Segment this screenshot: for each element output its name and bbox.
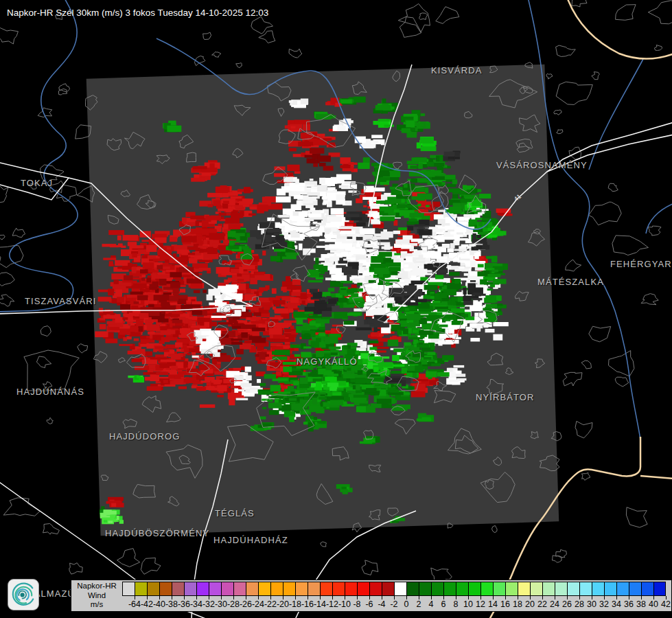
legend-value: 16 bbox=[500, 599, 510, 609]
legend-value: -10 bbox=[338, 599, 351, 609]
legend-value: -30 bbox=[215, 599, 227, 609]
legend-cell bbox=[456, 582, 468, 596]
legend-value: 0 bbox=[404, 599, 409, 609]
legend-cell bbox=[555, 582, 567, 596]
city-label-hajd-n-n-s: HAJDÚNÁNÁS bbox=[16, 387, 84, 397]
legend-cell bbox=[530, 582, 542, 596]
legend-value: 30 bbox=[587, 599, 596, 609]
city-label-tiszavasv-ri: TISZAVASVÁRI bbox=[25, 296, 96, 306]
legend-cell bbox=[369, 582, 382, 596]
legend-value: -64 bbox=[128, 599, 141, 609]
legend-cell bbox=[468, 582, 480, 596]
legend-cell bbox=[135, 582, 147, 596]
swirl-icon bbox=[8, 580, 38, 610]
legend-value: -16 bbox=[301, 599, 314, 609]
city-label-tokaj: TOKAJ bbox=[21, 178, 53, 188]
river-tisza-west bbox=[0, 0, 78, 312]
legend-cell bbox=[604, 582, 616, 596]
legend-cell bbox=[567, 582, 579, 596]
legend-quantity-label: Wind bbox=[71, 591, 122, 601]
legend-cell bbox=[542, 582, 555, 596]
legend-value: -32 bbox=[202, 599, 215, 609]
legend-value: 4 bbox=[429, 599, 434, 609]
legend-cell bbox=[493, 582, 505, 596]
city-label-ny-rb-tor: NYÍRBÁTOR bbox=[476, 392, 535, 402]
legend-cell bbox=[209, 582, 221, 596]
legend-cell bbox=[431, 582, 443, 596]
legend-value: -2 bbox=[390, 599, 397, 609]
legend-value: 42 bbox=[661, 599, 671, 609]
legend-cell bbox=[308, 582, 320, 596]
city-label-kisv-rda: KISVÁRDA bbox=[431, 65, 483, 76]
legend-value: 28 bbox=[575, 599, 584, 609]
legend-cell bbox=[258, 582, 270, 596]
legend-cell bbox=[147, 582, 159, 596]
legend-value: -26 bbox=[240, 599, 252, 609]
legend-cell bbox=[394, 582, 406, 596]
city-label-v-s-rosnam-ny: VÁSÁROSNAMÉNY bbox=[496, 160, 588, 170]
color-scale-legend: Napkor-HR Wind m/s -64-42-40-38-36-34-32… bbox=[71, 580, 672, 612]
city-label-nagyk-ll-: NAGYKÁLLÓ bbox=[297, 356, 358, 367]
legend-value: 26 bbox=[562, 599, 572, 609]
legend-value: -12 bbox=[326, 599, 338, 609]
legend-value: -40 bbox=[153, 599, 165, 609]
legend-cell bbox=[629, 582, 641, 596]
legend-value: -38 bbox=[165, 599, 178, 609]
legend-cell bbox=[579, 582, 592, 596]
legend-cell bbox=[616, 582, 629, 596]
city-label-feh-rgyarmat: FEHÉRGYARMAT bbox=[610, 259, 672, 269]
legend-value: 12 bbox=[476, 599, 485, 609]
legend-value: -4 bbox=[378, 599, 385, 609]
city-label-hajd-hadh-z: HAJDÚHADHÁZ bbox=[213, 535, 288, 545]
legend-cell bbox=[184, 582, 196, 596]
city-label-hajd-b-sz-rm-ny: HAJDÚBÖSZÖRMÉNY bbox=[105, 528, 209, 538]
city-label-m-t-szalka: MÁTÉSZALKA bbox=[537, 277, 604, 287]
legend-value: 6 bbox=[441, 599, 446, 609]
legend-product-label: Napkor-HR bbox=[71, 582, 122, 591]
legend-value: 34 bbox=[612, 599, 621, 609]
legend-value: 18 bbox=[513, 599, 522, 609]
legend-cell bbox=[159, 582, 172, 596]
legend-value: -8 bbox=[353, 599, 360, 609]
legend-cell bbox=[505, 582, 518, 596]
legend-value: -24 bbox=[252, 599, 264, 609]
legend-cell bbox=[233, 582, 246, 596]
legend-cell bbox=[382, 582, 394, 596]
legend-value: 36 bbox=[624, 599, 634, 609]
weather-service-logo[interactable] bbox=[8, 579, 39, 610]
legend-cell bbox=[518, 582, 530, 596]
legend-value: -6 bbox=[365, 599, 373, 609]
legend-value: 40 bbox=[649, 599, 658, 609]
legend-value: -20 bbox=[277, 599, 289, 609]
major-road-east-branch bbox=[640, 476, 672, 479]
legend-value: 24 bbox=[550, 599, 559, 609]
legend-value: 32 bbox=[599, 599, 609, 609]
legend-value: -14 bbox=[314, 599, 326, 609]
legend-value: 2 bbox=[417, 599, 421, 609]
legend-cell bbox=[172, 582, 184, 596]
legend-cell bbox=[295, 582, 308, 596]
legend-cell bbox=[221, 582, 233, 596]
legend-value: -42 bbox=[141, 599, 153, 609]
legend-cell bbox=[480, 582, 493, 596]
product-title: Napkor-HR Szél 30km (m/s) 3 fokos Tuesda… bbox=[7, 8, 268, 18]
legend-value: -34 bbox=[190, 599, 202, 609]
radar-map bbox=[0, 0, 672, 618]
legend-cell bbox=[443, 582, 456, 596]
legend-value: 14 bbox=[488, 599, 498, 609]
city-label-t-gl-s: TÉGLÁS bbox=[215, 508, 255, 518]
legend-value: 38 bbox=[636, 599, 646, 609]
color-scale-bar bbox=[122, 582, 667, 596]
legend-cell bbox=[196, 582, 209, 596]
river-right-edge bbox=[646, 203, 672, 233]
legend-unit-label: m/s bbox=[71, 600, 122, 610]
legend-cell bbox=[332, 582, 345, 596]
legend-cell bbox=[592, 582, 604, 596]
legend-cell bbox=[641, 582, 653, 596]
legend-value: 20 bbox=[525, 599, 535, 609]
city-label-hajd-dorog: HAJDÚDOROG bbox=[109, 431, 180, 442]
legend-value: -22 bbox=[264, 599, 277, 609]
legend-cell bbox=[419, 582, 431, 596]
legend-value: 8 bbox=[454, 599, 459, 609]
legend-value: -36 bbox=[178, 599, 190, 609]
